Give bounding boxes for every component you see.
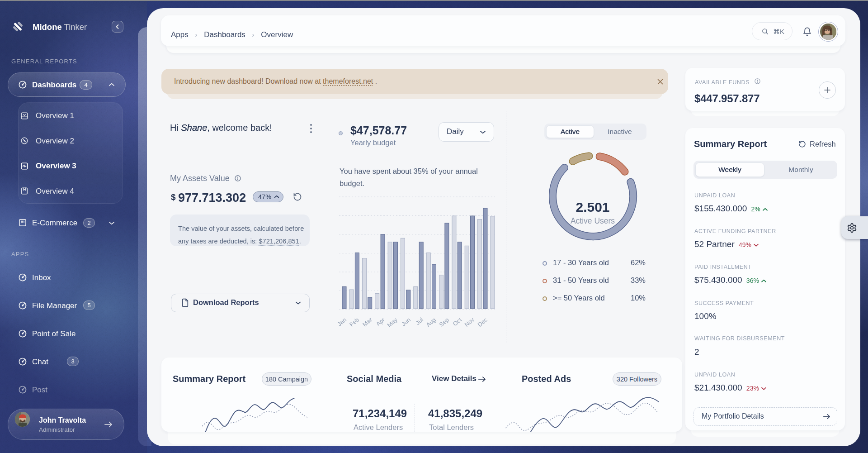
svg-text:Feb: Feb: [348, 316, 360, 328]
svg-text:Dec: Dec: [476, 316, 489, 328]
svg-text:Jul: Jul: [415, 316, 425, 326]
svg-text:Jun: Jun: [400, 316, 412, 328]
svg-text:Sep: Sep: [438, 316, 450, 328]
svg-text:Oct: Oct: [452, 316, 463, 328]
svg-text:Apr: Apr: [375, 316, 387, 327]
svg-text:Jan: Jan: [336, 316, 348, 328]
svg-text:Mar: Mar: [361, 316, 373, 328]
svg-text:May: May: [386, 316, 399, 329]
svg-text:Aug: Aug: [425, 316, 437, 328]
svg-text:Nov: Nov: [463, 316, 476, 328]
